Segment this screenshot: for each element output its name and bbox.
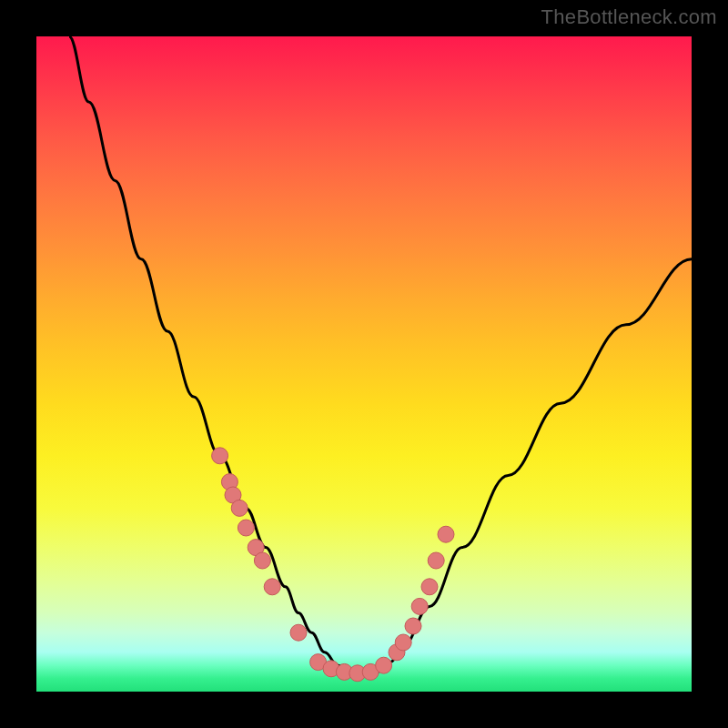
scatter-dot [421, 579, 438, 595]
bottleneck-curve [69, 36, 692, 675]
scatter-dot [438, 526, 454, 542]
scatter-dots [212, 448, 454, 682]
scatter-dot [264, 579, 280, 595]
scatter-dot [395, 634, 411, 651]
scatter-dot [376, 657, 392, 673]
scatter-dot [238, 520, 254, 536]
scatter-dot [212, 448, 228, 464]
scatter-dot [405, 618, 421, 634]
chart-container: TheBottleneck.com [0, 0, 728, 728]
scatter-dot [254, 552, 270, 569]
scatter-dot [428, 552, 444, 569]
chart-svg [36, 36, 692, 692]
scatter-dot [231, 500, 248, 516]
scatter-dot [411, 598, 428, 614]
scatter-dot [290, 624, 307, 641]
watermark-label: TheBottleneck.com [541, 5, 717, 29]
